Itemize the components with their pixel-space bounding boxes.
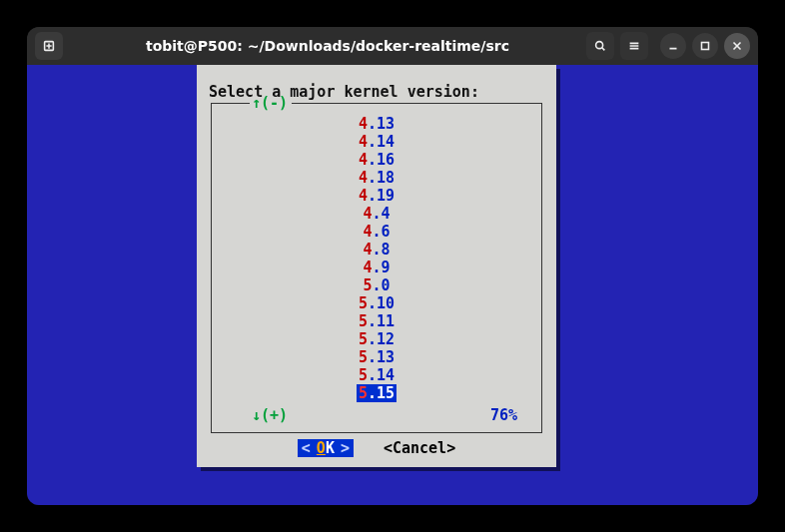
kernel-item[interactable]: 5.11 xyxy=(359,312,394,330)
kernel-major: 5 xyxy=(359,330,368,348)
kernel-item[interactable]: 4.18 xyxy=(359,169,394,187)
kernel-minor: 10 xyxy=(377,294,394,312)
kernel-item[interactable]: 4.13 xyxy=(359,115,394,133)
kernel-dot: . xyxy=(372,241,381,259)
kernel-item[interactable]: 4.9 xyxy=(363,259,390,276)
titlebar: tobit@P500: ~/Downloads/docker-realtime/… xyxy=(27,27,758,65)
kernel-item[interactable]: 4.19 xyxy=(359,187,394,205)
kernel-dot: . xyxy=(368,312,377,330)
kernel-item[interactable]: 5.15 xyxy=(357,384,396,402)
kernel-item[interactable]: 4.4 xyxy=(363,205,390,223)
kernel-listbox[interactable]: ↑(-) 4.134.144.164.184.194.44.64.84.95.0… xyxy=(211,103,542,433)
cancel-button[interactable]: <Cancel> xyxy=(384,439,455,457)
kernel-major: 4 xyxy=(359,115,368,133)
dialog-buttons: < OK > <Cancel> xyxy=(197,439,556,457)
svg-point-3 xyxy=(596,42,603,49)
scroll-down-indicator: ↓(+) xyxy=(252,406,288,424)
kernel-minor: 8 xyxy=(382,241,391,259)
whiptail-dialog: Select a major kernel version: ↑(-) 4.13… xyxy=(197,65,556,467)
kernel-major: 5 xyxy=(359,348,368,366)
terminal-body[interactable]: Select a major kernel version: ↑(-) 4.13… xyxy=(27,65,758,505)
kernel-major: 5 xyxy=(359,384,368,402)
search-icon xyxy=(593,39,607,53)
hamburger-icon xyxy=(627,39,641,53)
window-title: tobit@P500: ~/Downloads/docker-realtime/… xyxy=(69,38,586,54)
scroll-percent: 76% xyxy=(490,406,517,424)
terminal-window: tobit@P500: ~/Downloads/docker-realtime/… xyxy=(27,27,758,505)
new-tab-button[interactable] xyxy=(35,32,63,60)
kernel-item[interactable]: 5.14 xyxy=(359,366,394,384)
kernel-item[interactable]: 4.6 xyxy=(363,223,390,241)
kernel-dot: . xyxy=(372,259,381,276)
close-button[interactable] xyxy=(724,33,750,59)
kernel-item[interactable]: 5.13 xyxy=(359,348,394,366)
kernel-minor: 19 xyxy=(377,187,394,205)
maximize-button[interactable] xyxy=(692,33,718,59)
kernel-list: 4.134.144.164.184.194.44.64.84.95.05.105… xyxy=(212,113,541,402)
new-tab-icon xyxy=(42,39,56,53)
kernel-dot: . xyxy=(372,276,381,294)
kernel-dot: . xyxy=(368,348,377,366)
kernel-major: 5 xyxy=(359,366,368,384)
close-icon xyxy=(730,39,744,53)
kernel-item[interactable]: 4.8 xyxy=(363,241,390,259)
kernel-major: 5 xyxy=(359,312,368,330)
menu-button[interactable] xyxy=(620,32,648,60)
search-button[interactable] xyxy=(586,32,614,60)
kernel-minor: 13 xyxy=(377,115,394,133)
ok-label: OK xyxy=(317,439,335,457)
kernel-dot: . xyxy=(368,294,377,312)
kernel-item[interactable]: 5.0 xyxy=(363,276,390,294)
kernel-minor: 14 xyxy=(377,133,394,151)
kernel-dot: . xyxy=(368,330,377,348)
kernel-item[interactable]: 5.12 xyxy=(359,330,394,348)
scroll-up-indicator: ↑(-) xyxy=(212,94,541,104)
kernel-dot: . xyxy=(372,205,381,223)
kernel-major: 5 xyxy=(359,294,368,312)
kernel-dot: . xyxy=(368,384,377,402)
svg-rect-9 xyxy=(702,43,709,50)
kernel-major: 4 xyxy=(359,151,368,169)
kernel-minor: 14 xyxy=(377,366,394,384)
kernel-dot: . xyxy=(368,115,377,133)
titlebar-controls xyxy=(586,32,750,60)
kernel-minor: 4 xyxy=(382,205,391,223)
kernel-major: 4 xyxy=(359,187,368,205)
maximize-icon xyxy=(698,39,712,53)
minimize-button[interactable] xyxy=(660,33,686,59)
kernel-major: 4 xyxy=(359,169,368,187)
minimize-icon xyxy=(666,39,680,53)
ok-button[interactable]: < OK > xyxy=(298,439,354,457)
kernel-minor: 16 xyxy=(377,151,394,169)
kernel-minor: 6 xyxy=(382,223,391,241)
kernel-dot: . xyxy=(368,133,377,151)
kernel-minor: 12 xyxy=(377,330,394,348)
kernel-item[interactable]: 4.14 xyxy=(359,133,394,151)
listbox-footer: ↓(+) 76% xyxy=(212,402,541,424)
ok-right-angle: > xyxy=(341,439,350,457)
kernel-minor: 0 xyxy=(382,276,391,294)
kernel-dot: . xyxy=(368,169,377,187)
kernel-major: 4 xyxy=(359,133,368,151)
kernel-dot: . xyxy=(368,366,377,384)
kernel-minor: 9 xyxy=(382,259,391,276)
kernel-dot: . xyxy=(368,187,377,205)
kernel-item[interactable]: 5.10 xyxy=(359,294,394,312)
svg-line-4 xyxy=(602,48,605,51)
kernel-minor: 13 xyxy=(377,348,394,366)
kernel-dot: . xyxy=(372,223,381,241)
kernel-minor: 15 xyxy=(377,384,394,402)
kernel-dot: . xyxy=(368,151,377,169)
kernel-minor: 11 xyxy=(377,312,394,330)
ok-left-angle: < xyxy=(302,439,311,457)
kernel-item[interactable]: 4.16 xyxy=(359,151,394,169)
kernel-minor: 18 xyxy=(377,169,394,187)
